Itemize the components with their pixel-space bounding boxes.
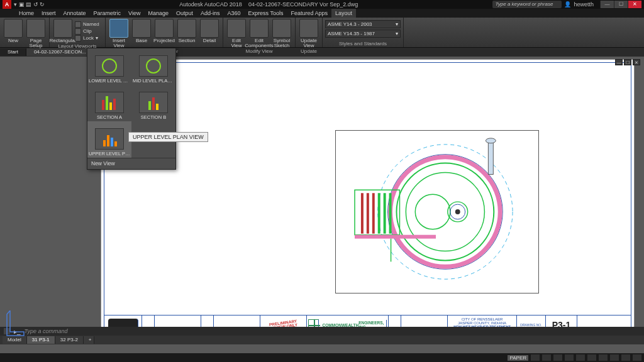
title-bar: A ▾ ▣ ▤ ↺ ↻ Autodesk AutoCAD 2018 04-02-… bbox=[0, 0, 644, 9]
command-line[interactable]: ▸_ Type a command bbox=[0, 327, 644, 336]
editview-button[interactable]: EditView bbox=[226, 19, 247, 48]
quick-access[interactable]: ▾ ▣ ▤ ↺ ↻ bbox=[14, 1, 45, 8]
tab-manage[interactable]: Manage bbox=[144, 9, 172, 18]
gallery-item-lower[interactable]: LOWER LEVEL PLA... bbox=[87, 48, 131, 85]
status-osnap-icon[interactable] bbox=[576, 354, 585, 361]
new-layout-button[interactable]: New bbox=[3, 19, 24, 48]
svg-point-18 bbox=[486, 138, 496, 143]
app-name: Autodesk AutoCAD 2018 bbox=[179, 1, 242, 8]
layout-tab-2[interactable]: 32 P3-2 bbox=[55, 336, 84, 344]
user-name: hewetth bbox=[574, 1, 594, 8]
panel-layout: New PageSetup Layout bbox=[0, 18, 50, 47]
tab-annotate[interactable]: Annotate bbox=[60, 9, 90, 18]
rectangular-vp-button[interactable]: Rectangular bbox=[52, 19, 74, 43]
tab-a360[interactable]: A360 bbox=[224, 9, 245, 18]
tab-layout[interactable]: Layout bbox=[331, 9, 356, 18]
insert-view-gallery: LOWER LEVEL PLA... MID LEVEL PLAN VIEW S… bbox=[87, 48, 176, 170]
status-clean-icon[interactable] bbox=[621, 354, 630, 361]
layout-tabs: Model 31 P3-1 32 P3-2 + bbox=[0, 336, 644, 344]
gallery-tooltip: UPPER LEVEL PLAN VIEW bbox=[128, 132, 208, 142]
tab-parametric[interactable]: Parametric bbox=[90, 9, 125, 18]
tab-express[interactable]: Express Tools bbox=[245, 9, 287, 18]
file-name: 04-02-12067-SECONDARY Vor Sep_2.dwg bbox=[248, 1, 358, 8]
status-workspace-icon[interactable] bbox=[610, 354, 619, 361]
projected-view-button[interactable]: Projected bbox=[153, 19, 175, 48]
add-layout-tab[interactable]: + bbox=[84, 336, 94, 344]
lock-vp-button[interactable]: Lock ▾ bbox=[75, 35, 103, 41]
svg-point-4 bbox=[406, 172, 484, 251]
gallery-item-mid[interactable]: MID LEVEL PLAN VIEW bbox=[131, 48, 175, 85]
detail-view-button[interactable]: Detail bbox=[199, 19, 220, 48]
tab-addins[interactable]: Add-ins bbox=[197, 9, 224, 18]
panel-modifyview: EditView EditComponents SymbolSketch Mod… bbox=[223, 18, 296, 47]
viewport[interactable] bbox=[335, 130, 539, 293]
minimize-button[interactable]: — bbox=[600, 1, 614, 8]
tab-insert[interactable]: Insert bbox=[38, 9, 60, 18]
status-lwt-icon[interactable] bbox=[587, 354, 596, 361]
base-view-button[interactable]: Base bbox=[131, 19, 152, 48]
status-grid-icon[interactable] bbox=[531, 354, 540, 361]
panel-createview: Insert View Base Projected Section Detai… bbox=[106, 18, 223, 47]
status-bar: PAPER bbox=[0, 353, 644, 362]
ribbon-tabstrip: Home Insert Annotate Parametric View Man… bbox=[0, 9, 644, 18]
updateview-button[interactable]: UpdateView bbox=[298, 19, 319, 48]
named-vp-button[interactable]: Named bbox=[75, 21, 103, 28]
std-select-1[interactable]: ASME Y14.3 - 2003▾ bbox=[325, 20, 401, 28]
start-tab[interactable]: Start bbox=[0, 48, 26, 56]
panel-viewports: Rectangular Named Clip Lock ▾ Layout Vie… bbox=[50, 18, 106, 47]
new-view-link[interactable]: New View bbox=[87, 158, 175, 169]
mdi-min[interactable]: — bbox=[615, 59, 623, 65]
svg-rect-10 bbox=[355, 235, 436, 239]
svg-rect-17 bbox=[488, 142, 493, 175]
mdi-close[interactable]: ✕ bbox=[633, 59, 640, 65]
gallery-item-upper[interactable]: UPPER LEVEL PLA... bbox=[87, 121, 131, 158]
ucs-icon bbox=[5, 310, 26, 339]
panel-styles: ASME Y14.3 - 2003▾ ASME Y14.35 - 1987▾ S… bbox=[323, 18, 404, 47]
help-search[interactable]: Type a keyword or phrase bbox=[492, 1, 562, 8]
clip-vp-button[interactable]: Clip bbox=[75, 28, 103, 35]
section-view-button[interactable]: Section bbox=[176, 19, 197, 48]
paper-sheet: PRELIMINARYREVIEW ONLY COMMONWEALTHENGIN… bbox=[101, 59, 635, 338]
tab-view[interactable]: View bbox=[125, 9, 144, 18]
status-annoscale-icon[interactable] bbox=[599, 354, 608, 361]
page-setup-button[interactable]: PageSetup bbox=[25, 19, 47, 48]
command-placeholder: Type a command bbox=[25, 328, 68, 334]
gallery-item-section-b[interactable]: SECTION B bbox=[131, 85, 175, 121]
mdi-max[interactable]: ☐ bbox=[624, 59, 631, 65]
layout-tab-1[interactable]: 31 P3-1 bbox=[27, 336, 55, 344]
paper-toggle[interactable]: PAPER bbox=[508, 355, 528, 361]
symbolsketch-button[interactable]: SymbolSketch bbox=[271, 19, 292, 48]
maximize-button[interactable]: ☐ bbox=[614, 1, 628, 8]
tab-output[interactable]: Output bbox=[172, 9, 197, 18]
ribbon: New PageSetup Layout Rectangular Named C… bbox=[0, 18, 644, 48]
tab-home[interactable]: Home bbox=[15, 9, 38, 18]
svg-point-8 bbox=[455, 209, 460, 214]
status-polar-icon[interactable] bbox=[565, 354, 574, 361]
user-icon[interactable]: 👤 bbox=[564, 1, 571, 8]
svg-point-2 bbox=[391, 157, 501, 267]
std-select-2[interactable]: ASME Y14.35 - 1987▾ bbox=[325, 30, 401, 38]
status-custom-icon[interactable] bbox=[633, 354, 641, 361]
gallery-item-section-a[interactable]: SECTION A bbox=[87, 85, 131, 121]
svg-point-3 bbox=[397, 163, 494, 261]
current-doc-tab[interactable]: 04-02-12067-SECON... bbox=[26, 48, 94, 56]
panel-update: UpdateView Update bbox=[296, 18, 323, 47]
close-button[interactable]: ✕ bbox=[628, 1, 641, 8]
svg-marker-20 bbox=[7, 310, 24, 336]
svg-point-5 bbox=[415, 194, 450, 229]
status-ortho-icon[interactable] bbox=[553, 354, 562, 361]
insert-view-button[interactable]: Insert View bbox=[108, 19, 130, 48]
tab-featured[interactable]: Featured Apps bbox=[287, 9, 331, 18]
editcomp-button[interactable]: EditComponents bbox=[248, 19, 270, 48]
status-snap-icon[interactable] bbox=[542, 354, 551, 361]
app-logo: A bbox=[3, 0, 11, 9]
